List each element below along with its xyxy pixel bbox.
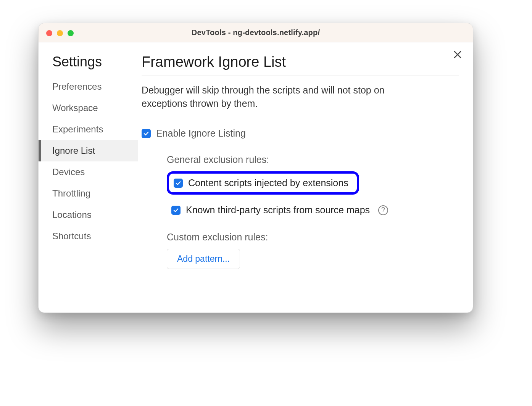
sidebar-item-workspace[interactable]: Workspace	[39, 97, 138, 119]
window-title: DevTools - ng-devtools.netlify.app/	[39, 28, 473, 37]
third-party-checkbox[interactable]	[171, 206, 181, 215]
help-icon[interactable]: ?	[378, 205, 388, 215]
sidebar: Settings Preferences Workspace Experimen…	[39, 42, 138, 313]
sidebar-item-devices[interactable]: Devices	[39, 161, 138, 183]
sidebar-item-locations[interactable]: Locations	[39, 204, 138, 226]
content-scripts-highlight: Content scripts injected by extensions	[167, 171, 359, 195]
sidebar-item-shortcuts[interactable]: Shortcuts	[39, 226, 138, 247]
titlebar: DevTools - ng-devtools.netlify.app/	[39, 23, 473, 42]
sidebar-item-experiments[interactable]: Experiments	[39, 119, 138, 140]
third-party-label: Known third-party scripts from source ma…	[186, 205, 370, 216]
sidebar-item-throttling[interactable]: Throttling	[39, 183, 138, 204]
sidebar-item-preferences[interactable]: Preferences	[39, 76, 138, 97]
main-panel: Framework Ignore List Debugger will skip…	[138, 42, 473, 313]
window-close-button[interactable]	[46, 30, 52, 36]
settings-window: DevTools - ng-devtools.netlify.app/ Sett…	[38, 23, 473, 313]
close-icon[interactable]	[453, 50, 462, 61]
page-title: Framework Ignore List	[142, 54, 459, 76]
sidebar-title: Settings	[39, 54, 138, 76]
content-scripts-checkbox[interactable]	[174, 179, 183, 188]
add-pattern-button[interactable]: Add pattern...	[167, 249, 240, 269]
content-area: Settings Preferences Workspace Experimen…	[39, 42, 473, 313]
content-scripts-label: Content scripts injected by extensions	[188, 177, 348, 188]
general-rules-block: Content scripts injected by extensions K…	[167, 171, 459, 219]
page-description: Debugger will skip through the scripts a…	[142, 84, 432, 110]
enable-ignore-listing-label: Enable Ignore Listing	[156, 128, 246, 139]
traffic-lights	[46, 30, 74, 36]
enable-ignore-listing-checkbox[interactable]	[142, 129, 151, 138]
window-minimize-button[interactable]	[57, 30, 63, 36]
third-party-row: Known third-party scripts from source ma…	[167, 201, 459, 219]
general-rules-heading: General exclusion rules:	[167, 154, 459, 165]
custom-rules-heading: Custom exclusion rules:	[167, 232, 459, 243]
window-fullscreen-button[interactable]	[68, 30, 74, 36]
sidebar-item-ignore-list[interactable]: Ignore List	[39, 140, 138, 161]
enable-ignore-listing-row: Enable Ignore Listing	[142, 128, 459, 139]
